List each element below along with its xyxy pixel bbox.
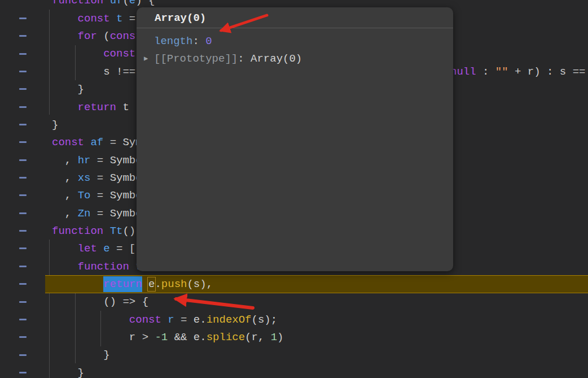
code-line-21[interactable]: } (52, 364, 84, 378)
code-line-10[interactable]: , xs = Symbo (52, 169, 142, 187)
code-token: function (78, 260, 129, 273)
code-token (110, 12, 116, 25)
code-line-right-fragment[interactable]: null : "" + r) : s == (450, 63, 585, 81)
code-line-11[interactable]: , To = Symbo (52, 186, 142, 205)
fold-minus-icon[interactable] (19, 124, 27, 125)
fold-minus-icon[interactable] (19, 18, 27, 19)
fold-minus-icon[interactable] (19, 336, 27, 338)
code-line-4[interactable]: s !== (52, 63, 142, 81)
fold-minus-icon[interactable] (19, 159, 27, 161)
fold-minus-icon[interactable] (19, 141, 27, 143)
code-token: hr (78, 154, 91, 167)
code-token: () => { (103, 296, 148, 308)
indent-guide (49, 240, 50, 378)
boxed-variable-token: e (148, 278, 155, 290)
fold-minus-icon[interactable] (19, 354, 27, 356)
fold-minus-icon[interactable] (19, 212, 27, 214)
code-line-7[interactable]: } (52, 116, 58, 134)
code-line-1[interactable]: const t = (52, 10, 142, 28)
code-line-13[interactable]: function Tt() (52, 222, 135, 240)
code-token (161, 314, 168, 326)
fold-minus-icon[interactable] (19, 283, 27, 285)
code-token: (s); (252, 314, 278, 326)
code-token: , (65, 207, 78, 220)
indent-guide (49, 10, 50, 115)
code-token (97, 242, 103, 255)
code-token (103, 225, 109, 237)
fold-minus-icon[interactable] (19, 106, 27, 108)
popup-body: length: 0▶[[Prototype]]: Array(0) (137, 28, 453, 68)
code-token (103, 0, 109, 7)
code-line-16[interactable]: return e.push(s), (52, 275, 213, 293)
fold-minus-icon[interactable] (19, 266, 27, 267)
property-colon: : (238, 53, 251, 65)
fold-minus-icon[interactable] (19, 194, 27, 196)
code-token: null (450, 66, 476, 78)
fold-minus-icon[interactable] (19, 230, 27, 232)
code-token: ) { (135, 0, 155, 7)
code-line-18[interactable]: const r = e.indexOf(s); (52, 311, 277, 329)
fold-minus-icon[interactable] (19, 35, 27, 37)
fold-minus-icon[interactable] (19, 177, 27, 179)
code-token: function (52, 0, 103, 7)
expand-triangle-icon[interactable]: ▶ (144, 50, 148, 68)
fold-minus-icon[interactable] (19, 71, 27, 72)
code-token: = Symbo (90, 207, 142, 220)
code-token: const (103, 47, 135, 60)
code-token: , (65, 189, 78, 202)
code-token: + r) : s == (508, 66, 586, 78)
code-token: xs (78, 172, 91, 184)
property-key: [[Prototype]] (154, 53, 238, 65)
selected-token: return (103, 278, 142, 290)
code-token: let (78, 242, 97, 255)
code-line-8[interactable]: const af = Sym (52, 133, 142, 151)
code-token: "" (495, 66, 508, 78)
code-token: ( (97, 30, 110, 42)
code-token: Zn (78, 207, 91, 220)
code-token: } (103, 349, 109, 361)
fold-minus-icon[interactable] (19, 372, 27, 373)
code-line-3[interactable]: const (52, 45, 135, 63)
property-colon: : (192, 35, 205, 47)
fold-minus-icon[interactable] (19, 319, 27, 320)
code-line-14[interactable]: let e = [] (52, 240, 142, 258)
code-token: function (52, 225, 103, 237)
code-token: } (52, 119, 58, 131)
code-line-20[interactable]: } (52, 346, 110, 364)
code-token: ( (122, 0, 129, 7)
code-line-2[interactable]: for (const (52, 27, 142, 45)
code-line-5[interactable]: } (52, 80, 84, 98)
code-token: const (52, 136, 84, 149)
code-token: -1 (155, 331, 168, 344)
code-line-19[interactable]: r > -1 && e.splice(r, 1) (52, 328, 284, 346)
code-token: push (161, 278, 187, 290)
code-line-9[interactable]: , hr = Symbo (52, 151, 142, 170)
fold-minus-icon[interactable] (19, 53, 27, 55)
code-line-15[interactable]: function t (52, 258, 142, 276)
code-line-17[interactable]: () => { (52, 293, 148, 311)
code-token: uf (110, 0, 123, 7)
fold-minus-icon[interactable] (19, 88, 27, 90)
code-token (84, 136, 90, 149)
code-token: = Symbo (90, 189, 142, 202)
code-token (142, 278, 148, 290)
code-token: r (168, 314, 174, 326)
code-token: 1 (271, 331, 277, 344)
arrow-to-push-call (176, 299, 253, 308)
code-token: = e. (174, 314, 207, 326)
code-token: splice (207, 331, 245, 344)
code-line-6[interactable]: return t (52, 98, 129, 116)
code-token: } (78, 367, 84, 378)
code-token: To (78, 189, 91, 202)
fold-minus-icon[interactable] (19, 301, 27, 303)
fold-minus-icon[interactable] (19, 247, 27, 249)
popup-property-prototype[interactable]: ▶[[Prototype]]: Array(0) (137, 50, 453, 68)
code-token: (s), (187, 278, 213, 290)
code-token: for (78, 30, 97, 42)
code-token: (r, (245, 331, 271, 344)
code-line-12[interactable]: , Zn = Symbo (52, 205, 142, 223)
code-token: r > (129, 331, 155, 344)
popup-title: Array(0) (137, 7, 453, 28)
code-token: Tt (110, 225, 123, 237)
code-token: : (476, 66, 495, 78)
